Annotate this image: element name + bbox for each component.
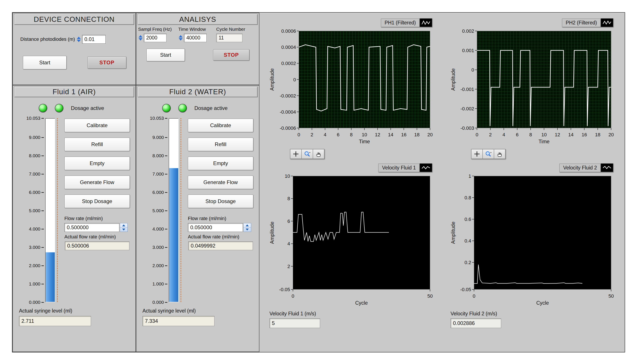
graph-palette: [471, 149, 505, 159]
increment-icon[interactable]: [77, 37, 81, 39]
velocity2-label: Velocity Fluid 2 (m/s): [450, 311, 619, 317]
waveform-icon: [420, 163, 432, 172]
svg-text:8: 8: [529, 132, 532, 138]
fluid1-syringe-tank: 10.0539.0008.0007.0006.0005.0004.0003.00…: [19, 118, 60, 302]
svg-text:16: 16: [582, 132, 587, 138]
increment-icon[interactable]: [179, 35, 183, 38]
analysis-start-button[interactable]: Start: [146, 49, 185, 61]
svg-text:-0.002: -0.002: [461, 106, 474, 112]
fluid1-empty-button[interactable]: Empty: [64, 156, 130, 170]
svg-text:Amplitude: Amplitude: [269, 222, 275, 244]
fluid1-flow-rate-input[interactable]: 0.500000: [64, 223, 119, 232]
svg-text:16: 16: [401, 132, 406, 138]
svg-text:12: 12: [375, 132, 380, 138]
svg-text:0.2: 0.2: [464, 260, 471, 265]
distance-input[interactable]: 0.01: [82, 35, 106, 44]
pan-tool-button[interactable]: [313, 149, 324, 159]
fluid1-generate-flow-button[interactable]: Generate Flow: [64, 176, 130, 189]
velocity1-chart-title: Velocity Fluid 1: [378, 164, 420, 172]
svg-text:Amplitude: Amplitude: [269, 68, 275, 90]
svg-text:-0.05: -0.05: [460, 287, 471, 292]
velocity2-display: 0.002886: [450, 318, 501, 328]
fluid2-stop-dosage-button[interactable]: Stop Dosage: [188, 194, 253, 208]
svg-text:-0.0002: -0.0002: [280, 93, 296, 98]
distance-spinner[interactable]: [77, 37, 81, 42]
tank-fill: [169, 168, 178, 302]
decrement-icon[interactable]: [77, 40, 81, 42]
decrement-icon[interactable]: [139, 38, 143, 40]
fluid1-actual-flow-label: Actual flow rate (ml/min): [64, 234, 130, 240]
charts-region: PH1 (Filtered) 0.00060.00040.00020-0.000…: [259, 13, 625, 352]
panel-fluid-1: Fluid 1 (AIR) Dosage active 10.0539.0008…: [13, 85, 136, 352]
decrement-icon[interactable]: [179, 38, 183, 40]
panel-analysis: ANALISYS Sampl Freq (Hz) Time Window Cyc…: [136, 13, 259, 85]
svg-text:10: 10: [362, 132, 367, 138]
fluid2-empty-button[interactable]: Empty: [188, 156, 253, 170]
cursor-tool-button[interactable]: [290, 149, 302, 159]
velocity-fluid2-chart: 10.80.60.40.2-0.05050CycleAmplitude: [450, 173, 616, 308]
fluid2-flow-rate-label: Flow rate (ml/min): [188, 216, 253, 221]
fluid2-generate-flow-button[interactable]: Generate Flow: [188, 176, 253, 189]
spin-down-icon[interactable]: [120, 228, 127, 232]
svg-text:0.0006: 0.0006: [281, 28, 296, 34]
device-stop-button[interactable]: STOP: [88, 56, 126, 69]
zoom-tool-button[interactable]: [302, 149, 313, 159]
ph1-filtered-chart: 0.00060.00040.00020-0.0002-0.0004-0.0006…: [269, 28, 435, 147]
svg-text:Time: Time: [359, 139, 370, 144]
time-window-input[interactable]: 40000: [184, 34, 207, 42]
fluid2-actual-flow-display: 0.0499992: [188, 242, 253, 250]
device-connection-title: DEVICE CONNECTION: [14, 14, 134, 25]
increment-icon[interactable]: [139, 35, 143, 38]
spin-up-icon[interactable]: [120, 223, 127, 228]
svg-text:-0.0006: -0.0006: [280, 126, 296, 131]
sampl-freq-label: Sampl Freq (Hz): [138, 26, 177, 33]
screenshot-page: DEVICE CONNECTION Distance photodiodes (…: [0, 0, 636, 364]
svg-text:0.4: 0.4: [464, 238, 471, 244]
svg-text:8: 8: [350, 132, 353, 138]
tank-scale: 10.0539.0008.0007.0006.0005.0004.0003.00…: [19, 118, 44, 302]
svg-text:2: 2: [489, 132, 491, 138]
svg-text:Time: Time: [538, 139, 549, 144]
ph2-filtered-chart: 0.0020.0010-0.001-0.002-0.00302468101214…: [450, 28, 616, 147]
fluid1-power-led: [39, 104, 47, 112]
fluid1-flow-rate-spinner[interactable]: [120, 223, 128, 232]
fluid2-actual-flow-label: Actual flow rate (ml/min): [188, 234, 253, 240]
cursor-tool-button[interactable]: [471, 149, 483, 159]
spin-up-icon[interactable]: [244, 223, 251, 228]
svg-text:0.8: 0.8: [464, 195, 471, 200]
fluid2-calibrate-button[interactable]: Calibrate: [188, 119, 253, 132]
pan-tool-button[interactable]: [494, 149, 505, 159]
fluid1-calibrate-button[interactable]: Calibrate: [64, 119, 130, 132]
svg-text:14: 14: [388, 132, 393, 138]
fluid1-stop-dosage-button[interactable]: Stop Dosage: [64, 194, 130, 208]
fluid2-flow-rate-input[interactable]: 0.050000: [188, 223, 243, 232]
fluid2-flow-rate-spinner[interactable]: [243, 223, 251, 232]
svg-text:-0.003: -0.003: [461, 126, 474, 131]
tank-tube: [45, 118, 55, 302]
fluid1-refill-button[interactable]: Refill: [64, 138, 130, 151]
fluid2-refill-button[interactable]: Refill: [188, 138, 253, 151]
svg-text:0: 0: [473, 293, 475, 299]
device-start-button[interactable]: Start: [23, 56, 67, 69]
spin-down-icon[interactable]: [244, 228, 251, 232]
svg-text:20: 20: [608, 132, 614, 138]
svg-text:Amplitude: Amplitude: [450, 222, 456, 244]
zoom-tool-button[interactable]: [483, 149, 494, 159]
fluid2-dosage-active-label: Dosage active: [194, 105, 228, 111]
sampl-freq-spinner[interactable]: [139, 35, 143, 40]
fluid1-flow-rate-label: Flow rate (ml/min): [64, 216, 130, 221]
analysis-stop-button[interactable]: STOP: [213, 49, 249, 61]
fluid2-dosage-led: [178, 104, 187, 112]
fluid1-actual-flow-display: 0.500006: [65, 242, 129, 250]
sampl-freq-input[interactable]: 2000: [144, 34, 167, 42]
time-window-spinner[interactable]: [179, 35, 183, 40]
panel-device-connection: DEVICE CONNECTION Distance photodiodes (…: [13, 13, 136, 85]
velocity1-chart-cell: Velocity Fluid 1 108642-0.05050CycleAmpl…: [269, 161, 438, 352]
svg-text:4: 4: [324, 132, 326, 138]
svg-text:2: 2: [311, 132, 313, 138]
ph1-chart-cell: PH1 (Filtered) 0.00060.00040.00020-0.000…: [269, 16, 438, 161]
graph-palette: [290, 149, 324, 159]
velocity2-chart-title: Velocity Fluid 2: [559, 164, 601, 172]
tank-rail: [57, 118, 58, 302]
svg-text:2: 2: [287, 264, 290, 269]
